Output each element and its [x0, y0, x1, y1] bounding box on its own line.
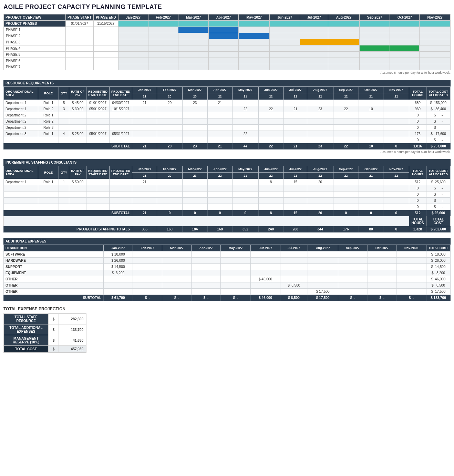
- rr-days-jan: 21: [132, 93, 157, 100]
- gantt-phases-nov: [420, 21, 451, 27]
- is-header-req-start: REQUESTED START DATE: [86, 166, 110, 179]
- rr-header-jul: Jul-2027: [283, 87, 307, 93]
- ae-row-hardware: HARDWARE $ 26,000 $ 26,000: [4, 258, 451, 264]
- is-header-aug: Aug-2027: [307, 166, 333, 173]
- gantt-header-jun: Jun-2027: [270, 14, 300, 21]
- is-row-2: 0$ -: [4, 185, 451, 192]
- total-cost-value: 457,930: [59, 346, 86, 353]
- total-expense-title: TOTAL EXPENSE PROJECTION: [3, 307, 451, 311]
- gantt-phase3-label: PHASE 3: [4, 39, 66, 45]
- rr-row-4: Department 2 Role 2 0$ -: [4, 118, 451, 125]
- rr-header-jun: Jun-2027: [258, 87, 283, 93]
- is-header-jan: Jan-2027: [132, 166, 157, 173]
- rr-header-jan: Jan-2027: [132, 87, 157, 93]
- is-header-jul: Jul-2027: [283, 166, 307, 173]
- gantt-row-phase6: PHASE 6: [4, 58, 451, 64]
- ae-row-other3: OTHER $ 17,500 $ 17,500: [4, 289, 451, 295]
- gantt-header-feb: Feb-2027: [148, 14, 178, 21]
- is-total-hours-header: TOTAL HOURS: [409, 216, 426, 226]
- rr-days-aug: 22: [307, 93, 333, 100]
- gantt-table: PROJECT OVERVIEW PHASE START PHASE END J…: [3, 14, 451, 70]
- management-reserve-value: 41,630: [59, 335, 86, 346]
- is-total-hours-cost-row: TOTAL HOURS TOTAL COST: [4, 216, 451, 226]
- rr-header-mar: Mar-2027: [182, 87, 207, 93]
- total-staff-resource-value: 282,600: [59, 314, 86, 324]
- incremental-staffing-title: INCREMENTAL STAFFING / CONSULTANTS: [3, 159, 451, 166]
- rr-days-jul: 22: [283, 93, 307, 100]
- gantt-phases-end: 11/15/2027: [93, 21, 118, 27]
- ae-row-other1: OTHER $ 46,000 $ 46,000: [4, 276, 451, 282]
- rr-header-feb: Feb-2027: [157, 87, 182, 93]
- ae-header-total: TOTAL COST: [426, 245, 451, 251]
- gantt-header-apr: Apr-2027: [209, 14, 239, 21]
- is-header-org: ORGANIZATIONAL AREA: [4, 166, 38, 179]
- rr-header-oct: Oct-2027: [359, 87, 383, 93]
- total-staff-resource-dollar: $: [49, 314, 59, 324]
- rr-row-3: Department 2 Role 1 0$ -: [4, 112, 451, 118]
- rr-header-proj-end: PROJECTED END DATE: [110, 87, 132, 100]
- rr-days-may: 21: [233, 93, 258, 100]
- projected-totals-label: PROJECTED STAFFING TOTALS: [4, 226, 132, 232]
- gantt-phases-apr: [209, 21, 239, 27]
- gantt-row-phase2: PHASE 2: [4, 33, 451, 39]
- gantt-row-phase3: PHASE 3: [4, 39, 451, 45]
- rr-note: Assumes 8 hours per day for a 40-hour wo…: [3, 150, 451, 154]
- ae-header-feb: Feb-2027: [133, 245, 162, 251]
- rr-header-aug: Aug-2027: [307, 87, 333, 93]
- gantt-row-phase5: PHASE 5: [4, 52, 451, 58]
- gantt-phase7-label: PHASE 7: [4, 64, 66, 70]
- total-staff-resource-label: TOTAL STAFF RESOURCE: [4, 314, 49, 324]
- gantt-header-oct: Oct-2027: [390, 14, 420, 21]
- is-subtotal-label: SUBTOTAL: [4, 210, 132, 216]
- ae-header-aug: Aug-2027: [308, 245, 338, 251]
- is-header-proj-end: PROJECTED END DATE: [110, 166, 132, 179]
- is-header-mar: Mar-2027: [182, 166, 207, 173]
- total-cost-dollar: $: [49, 346, 59, 353]
- rr-days-nov: 22: [383, 93, 409, 100]
- total-additional-expenses-value: 133,700: [59, 324, 86, 335]
- gantt-phases-may: [238, 21, 269, 27]
- is-header-total-hours: TOTAL HOURS: [409, 166, 426, 179]
- total-additional-expenses-dollar: $: [49, 324, 59, 335]
- gantt-phases-mar: [178, 21, 209, 27]
- total-expense-table: TOTAL STAFF RESOURCE $ 282,600 TOTAL ADD…: [3, 313, 86, 353]
- rr-header-sep: Sep-2027: [333, 87, 359, 93]
- incremental-staffing-section: INCREMENTAL STAFFING / CONSULTANTS ORGAN…: [3, 159, 451, 232]
- gantt-phases-feb: [148, 21, 178, 27]
- gantt-phases-jul: [300, 21, 328, 27]
- management-reserve-label: MANAGEMENT RESERVE (10%): [4, 335, 49, 346]
- management-reserve-row: MANAGEMENT RESERVE (10%) $ 41,630: [4, 335, 86, 346]
- gantt-header-jan: Jan-2027: [118, 14, 148, 21]
- gantt-phases-start: 01/01/2027: [66, 21, 94, 27]
- rr-header-qty: QTY: [59, 87, 69, 100]
- gantt-phases-oct: [390, 21, 420, 27]
- rr-row-6: Department 3 Role 1 4 $ 25.00 05/01/2027…: [4, 131, 451, 137]
- rr-days-apr: 22: [207, 93, 232, 100]
- management-reserve-dollar: $: [49, 335, 59, 346]
- ae-row-support: SUPPORT $ 14,500 $ 14,500: [4, 264, 451, 270]
- incremental-staffing-table: ORGANIZATIONAL AREA ROLE QTY RATE OF PAY…: [3, 166, 451, 232]
- resource-requirements-title: RESOURCE REQUIREMENTS: [3, 80, 451, 86]
- is-total-cost-header: TOTAL COST: [426, 216, 451, 226]
- rr-days-jun: 22: [258, 93, 283, 100]
- page-title: AGILE PROJECT CAPACITY PLANNING TEMPLATE: [3, 3, 451, 11]
- ae-row-software: SOFTWARE $ 18,000 $ 18,000: [4, 251, 451, 258]
- is-header-total-cost: TOTAL COST ALLOCATED: [426, 166, 451, 179]
- gantt-phase1-label: PHASE 1: [4, 27, 66, 33]
- ae-header-jun: Jun-2027: [251, 245, 280, 251]
- gantt-header-phase-start: PHASE START: [66, 14, 94, 21]
- ae-row-equipment: EQUIPMENT $ 3,200 $ 3,200: [4, 270, 451, 276]
- is-header-rate: RATE OF PAY: [69, 166, 86, 179]
- gantt-header-may: May-2027: [238, 14, 269, 21]
- total-cost-row: TOTAL COST $ 457,930: [4, 346, 86, 353]
- gantt-note: Assumes 8 hours per day for a 40-hour wo…: [3, 71, 451, 74]
- is-header-sep: Sep-2027: [333, 166, 359, 173]
- is-header-feb: Feb-2027: [157, 166, 182, 173]
- gantt-header-sep: Sep-2027: [359, 14, 390, 21]
- is-header-oct: Oct-2027: [359, 166, 383, 173]
- additional-expenses-table: DESCRIPTION Jan-2027 Feb-2027 Mar-2027 A…: [3, 245, 451, 301]
- ae-header-desc: DESCRIPTION: [4, 245, 104, 251]
- total-additional-expenses-label: TOTAL ADDITIONAL EXPENSES: [4, 324, 49, 335]
- is-header-jun: Jun-2027: [258, 166, 283, 173]
- gantt-row-phase4: PHASE 4: [4, 45, 451, 52]
